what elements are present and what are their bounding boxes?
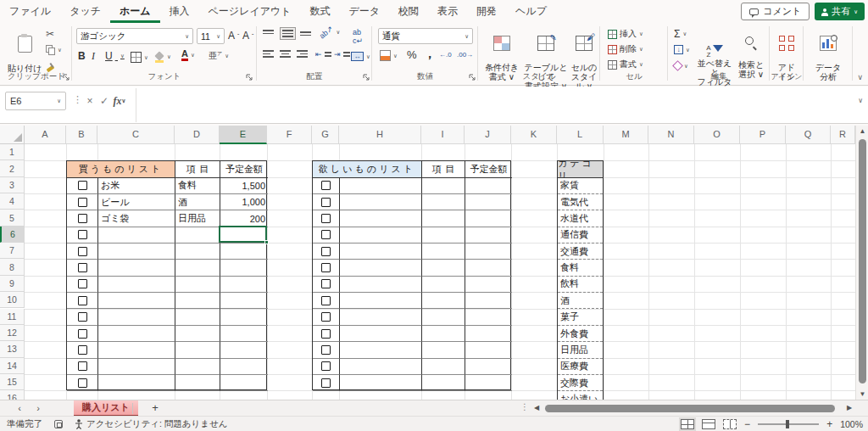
item-category-cell[interactable] (175, 293, 220, 309)
accessibility-status[interactable]: アクセシビリティ: 問題ありません (75, 418, 228, 430)
checkbox-unchecked[interactable] (78, 378, 87, 388)
prev-sheet-icon[interactable]: ‹ (12, 400, 27, 417)
item-amount-cell[interactable] (465, 178, 512, 194)
menu-tab-ページレイアウト[interactable]: ページレイアウト (199, 0, 301, 23)
zoom-out-button[interactable]: − (744, 418, 750, 430)
item-name-cell[interactable] (98, 243, 175, 260)
column-header-C[interactable]: C (97, 126, 175, 144)
row-header-7[interactable]: 7 (0, 243, 25, 259)
zoom-slider[interactable] (758, 423, 819, 425)
menu-tab-挿入[interactable]: 挿入 (160, 0, 199, 23)
item-category-cell[interactable] (422, 210, 465, 227)
merge-center-button[interactable]: ↔∨ (351, 52, 370, 61)
next-sheet-icon[interactable]: › (31, 400, 46, 417)
column-header-J[interactable]: J (465, 126, 511, 144)
data-analysis-button[interactable]: データ 分析 (811, 26, 845, 81)
category-item[interactable]: 菓子 (558, 309, 603, 325)
zoom-slider-knob[interactable] (786, 420, 789, 428)
item-amount-cell[interactable] (220, 326, 268, 342)
category-item[interactable]: 日用品 (558, 342, 603, 358)
zoom-in-button[interactable]: + (826, 418, 832, 430)
checkbox-unchecked[interactable] (321, 198, 331, 207)
row-header-10[interactable]: 10 (0, 292, 25, 308)
page-break-view-button[interactable] (723, 419, 737, 429)
menu-tab-ホーム[interactable]: ホーム (110, 0, 160, 23)
row-header-5[interactable]: 5 (0, 210, 25, 226)
checkbox-cell[interactable] (67, 309, 98, 325)
clear-button[interactable]: ∨ (674, 62, 688, 70)
item-category-cell[interactable] (422, 326, 465, 342)
item-name-cell[interactable] (98, 309, 175, 325)
column-header-A[interactable]: A (25, 126, 66, 144)
comma-style-button[interactable]: ， (424, 47, 436, 62)
percent-style-button[interactable]: % (407, 48, 417, 61)
item-name-cell[interactable] (98, 359, 175, 375)
item-name-cell[interactable] (340, 359, 422, 375)
menu-tab-ヘルプ[interactable]: ヘルプ (506, 0, 556, 23)
item-amount-cell[interactable] (465, 342, 512, 358)
column-header-P[interactable]: P (740, 126, 786, 144)
checkbox-unchecked[interactable] (321, 329, 331, 339)
category-item[interactable]: 外食費 (558, 326, 603, 342)
checkbox-cell[interactable] (67, 243, 98, 260)
checkbox-unchecked[interactable] (321, 345, 331, 355)
sort-filter-button[interactable]: AZ 並べ替えと フィルター ∨ (694, 26, 735, 96)
dialog-launcher-icon[interactable] (246, 74, 253, 81)
item-name-cell[interactable] (340, 326, 422, 342)
checkbox-unchecked[interactable] (321, 378, 331, 388)
align-left-button[interactable] (263, 50, 274, 58)
item-amount-cell[interactable] (220, 359, 268, 375)
item-amount-cell[interactable] (220, 309, 268, 325)
row-header-11[interactable]: 11 (0, 309, 25, 325)
item-category-cell[interactable] (175, 342, 220, 358)
item-category-cell[interactable] (422, 277, 465, 293)
italic-button[interactable]: I (92, 50, 95, 63)
vertical-scroll-thumb[interactable] (859, 139, 866, 383)
checkbox-cell[interactable] (67, 194, 98, 210)
item-category-cell[interactable] (422, 359, 465, 375)
sheet-tab-active[interactable]: 購入リスト (74, 400, 138, 417)
item-name-cell[interactable]: お米 (98, 178, 175, 194)
checkbox-unchecked[interactable] (78, 181, 87, 190)
item-name-cell[interactable] (340, 260, 422, 276)
checkbox-unchecked[interactable] (321, 361, 331, 371)
checkbox-cell[interactable] (313, 277, 340, 293)
dialog-launcher-icon[interactable] (469, 74, 476, 81)
enter-button[interactable]: ✓ (97, 92, 111, 110)
vertical-scrollbar[interactable]: ▲ ▼ (855, 126, 868, 400)
align-center-button[interactable] (280, 50, 291, 58)
item-amount-cell[interactable] (465, 243, 512, 260)
page-layout-view-button[interactable] (702, 419, 715, 429)
font-color-button[interactable]: A∨ (181, 49, 195, 61)
paste-button[interactable]: 貼り付け ∨ (7, 26, 42, 92)
item-amount-cell[interactable] (465, 227, 512, 243)
item-category-cell[interactable] (175, 359, 220, 375)
column-header-I[interactable]: I (421, 126, 465, 144)
row-header-14[interactable]: 14 (0, 358, 25, 374)
column-header-R[interactable]: R (831, 126, 855, 144)
item-name-cell[interactable] (98, 293, 175, 309)
decrease-indent-button[interactable]: ⇤ (315, 50, 331, 59)
checkbox-cell[interactable] (313, 243, 340, 260)
checkbox-unchecked[interactable] (321, 247, 331, 256)
menu-tab-ファイル[interactable]: ファイル (0, 0, 60, 23)
checkbox-cell[interactable] (67, 293, 98, 309)
item-amount-cell[interactable]: 1,000 (220, 194, 268, 210)
checkbox-cell[interactable] (313, 194, 340, 210)
checkbox-cell[interactable] (313, 210, 340, 227)
align-bottom-button[interactable] (300, 31, 311, 36)
checkbox-cell[interactable] (313, 178, 340, 194)
decrease-decimal-button[interactable]: .00→ (457, 51, 473, 59)
item-category-cell[interactable] (175, 277, 220, 293)
item-name-cell[interactable] (340, 243, 422, 260)
category-item[interactable]: 家賃 (558, 178, 603, 194)
column-header-F[interactable]: F (267, 126, 312, 144)
row-header-12[interactable]: 12 (0, 325, 25, 341)
checkbox-unchecked[interactable] (321, 214, 331, 223)
grow-font-button[interactable]: Aˆ (228, 30, 239, 42)
fill-color-button[interactable]: ∨ (154, 52, 171, 62)
checkbox-cell[interactable] (67, 342, 98, 358)
checkbox-cell[interactable] (67, 277, 98, 293)
checkbox-cell[interactable] (67, 359, 98, 375)
horizontal-scroll-thumb[interactable] (545, 405, 835, 412)
